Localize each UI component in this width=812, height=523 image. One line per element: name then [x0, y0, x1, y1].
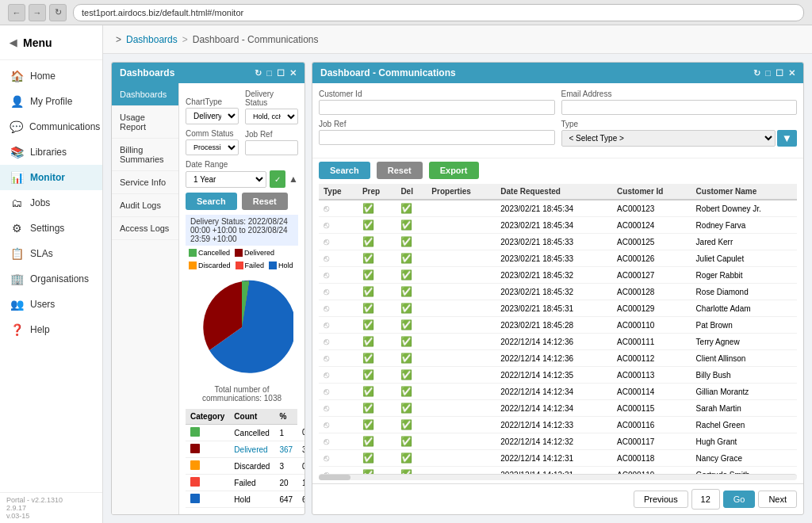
comm-status-select[interactable]: Processing, Queued, Spooled, Submitted, … — [186, 139, 239, 155]
close-icon[interactable]: ✕ — [289, 68, 297, 78]
th-prep: Prep — [358, 184, 396, 200]
panels-area: Dashboards ↻ □ ☐ ✕ Dashboards Usage Repo… — [103, 54, 812, 523]
sidebar-item-communications[interactable]: 💬 Communications — [0, 114, 102, 139]
customer-name-cell: Terry Agnew — [691, 334, 797, 350]
scroll-thumb — [319, 475, 350, 480]
job-ref-input[interactable] — [245, 140, 298, 155]
tab-usage-report[interactable]: Usage Report — [112, 106, 178, 139]
customer-id-cell: AC000126 — [612, 250, 691, 267]
customer-id-input[interactable] — [319, 100, 555, 115]
back-button[interactable]: ← — [8, 4, 25, 21]
tab-billing-summaries[interactable]: Billing Summaries — [112, 139, 178, 171]
right-refresh-icon[interactable]: ↻ — [753, 68, 760, 78]
date-collapse-button[interactable]: ▲ — [289, 174, 298, 185]
table-row[interactable]: ⎋ ✅ ✅ 2022/12/14 14:12:31 AC000118 Nancy… — [319, 450, 797, 467]
table-row[interactable]: ⎋ ✅ ✅ 2023/02/21 18:45:32 AC000127 Roger… — [319, 267, 797, 284]
refresh-button[interactable]: ↻ — [49, 4, 67, 21]
table-row[interactable]: ⎋ ✅ ✅ 2022/12/14 14:12:32 AC000117 Hugh … — [319, 433, 797, 450]
sidebar-item-organisations[interactable]: 🏢 Organisations — [0, 266, 102, 292]
sidebar-item-my-profile[interactable]: 👤 My Profile — [0, 89, 102, 114]
customer-name-cell: Hugh Grant — [691, 433, 797, 450]
breadcrumb-dashboards[interactable]: Dashboards — [126, 34, 178, 45]
legend-hold: Hold — [269, 262, 293, 269]
right-panel: Dashboard - Communications ↻ □ ☐ ✕ Custo… — [312, 62, 804, 515]
sidebar-item-jobs[interactable]: 🗂 Jobs — [0, 190, 102, 216]
table-row[interactable]: ⎋ ✅ ✅ 2023/02/21 18:45:32 AC000128 Rose … — [319, 284, 797, 300]
right-maximize-icon[interactable]: ☐ — [776, 68, 783, 78]
stats-pct-cell: 1.93 — [297, 475, 304, 491]
go-button[interactable]: Go — [723, 491, 756, 508]
type-icon-cell: ⎋ — [319, 350, 358, 367]
comm-reset-button[interactable]: Reset — [377, 162, 423, 179]
sidebar-item-settings[interactable]: ⚙ Settings — [0, 216, 102, 241]
table-row[interactable]: ⎋ ✅ ✅ 2023/02/21 18:45:28 AC000110 Pat B… — [319, 317, 797, 334]
comm-search-button[interactable]: Search — [319, 162, 370, 179]
table-row[interactable]: ⎋ ✅ ✅ 2023/02/21 18:45:33 AC000125 Jared… — [319, 234, 797, 250]
horizontal-scrollbar[interactable] — [319, 474, 797, 480]
table-row[interactable]: ⎋ ✅ ✅ 2022/12/14 14:12:35 AC000113 Billy… — [319, 367, 797, 384]
date-confirm-button[interactable]: ✓ — [270, 170, 285, 188]
comm-job-ref-input[interactable] — [319, 130, 555, 145]
date-requested-cell: 2023/02/21 18:45:34 — [496, 217, 612, 234]
url-bar[interactable] — [73, 4, 804, 21]
resize-icon[interactable]: □ — [266, 68, 272, 78]
date-range-row: Date Range 1 Year ✓ ▲ — [186, 160, 298, 188]
date-range-select[interactable]: 1 Year — [186, 171, 266, 188]
table-row[interactable]: ⎋ ✅ ✅ 2023/02/21 18:45:34 AC000124 Rodne… — [319, 217, 797, 234]
footer-line1: Portal - v2.2.1310 — [6, 496, 96, 504]
tab-access-logs[interactable]: Access Logs — [112, 217, 178, 240]
table-row[interactable]: ⎋ ✅ ✅ 2022/12/14 14:12:36 AC000112 Clien… — [319, 350, 797, 367]
search-button[interactable]: Search — [186, 193, 237, 210]
stats-pct-cell: 0.29 — [297, 458, 304, 475]
stats-count-cell: 647 — [274, 491, 297, 508]
sidebar-item-slas[interactable]: 📋 SLAs — [0, 241, 102, 266]
table-row[interactable]: ⎋ ✅ ✅ 2023/02/21 18:45:31 AC000129 Charl… — [319, 300, 797, 317]
prep-icon-cell: ✅ — [358, 334, 396, 350]
sidebar-header[interactable]: ◀ Menu — [0, 25, 102, 60]
previous-button[interactable]: Previous — [634, 491, 688, 508]
customer-id-cell: AC000111 — [612, 334, 691, 350]
left-panel-title: Dashboards — [120, 67, 174, 78]
sidebar-item-libraries[interactable]: 📚 Libraries — [0, 139, 102, 165]
tab-service-info[interactable]: Service Info — [112, 171, 178, 194]
refresh-icon[interactable]: ↻ — [255, 68, 262, 78]
type-expand-button[interactable]: ▼ — [777, 130, 797, 147]
tab-audit-logs[interactable]: Audit Logs — [112, 194, 178, 217]
sidebar-footer: Portal - v2.2.1310 2.9.17 v.03-15 — [0, 492, 102, 523]
tab-dashboards[interactable]: Dashboards — [112, 83, 178, 106]
sidebar-item-users[interactable]: 👥 Users — [0, 292, 102, 317]
users-icon: 👥 — [10, 298, 24, 311]
sidebar-item-help[interactable]: ❓ Help — [0, 317, 102, 342]
customer-id-cell: AC000129 — [612, 300, 691, 317]
delivery-status-select[interactable]: Hold, ccHold, Queued, Submitted, Dispatc… — [245, 109, 298, 124]
right-close-icon[interactable]: ✕ — [788, 68, 795, 78]
sidebar-item-monitor[interactable]: 📊 Monitor — [0, 165, 102, 190]
maximize-icon[interactable]: ☐ — [277, 68, 285, 78]
stats-color-cell — [186, 425, 229, 441]
customer-name-cell: Roger Rabbit — [691, 267, 797, 284]
next-button[interactable]: Next — [758, 491, 797, 508]
comm-export-button[interactable]: Export — [429, 162, 479, 179]
chart-type-select[interactable]: Delivery Status — [186, 108, 239, 124]
main-content: > Dashboards > Dashboard - Communication… — [103, 25, 812, 523]
date-requested-cell: 2023/02/21 18:45:33 — [496, 250, 612, 267]
table-row[interactable]: ⎋ ✅ ✅ 2022/12/14 14:12:33 AC000116 Rache… — [319, 417, 797, 433]
del-icon-cell: ✅ — [396, 217, 427, 234]
chart-type-row: ChartType Delivery Status Delivery Statu… — [186, 90, 298, 124]
table-row[interactable]: ⎋ ✅ ✅ 2022/12/14 14:12:34 AC000115 Sarah… — [319, 400, 797, 417]
type-select[interactable]: < Select Type > — [561, 130, 776, 147]
table-row[interactable]: ⎋ ✅ ✅ 2023/02/21 18:45:34 AC000123 Rober… — [319, 200, 797, 217]
reset-button[interactable]: Reset — [242, 193, 288, 210]
right-resize-icon[interactable]: □ — [765, 68, 771, 78]
settings-icon: ⚙ — [10, 222, 24, 235]
table-row[interactable]: ⎋ ✅ ✅ 2022/12/14 14:12:34 AC000114 Gilli… — [319, 384, 797, 400]
forward-button[interactable]: → — [29, 4, 46, 21]
table-row[interactable]: ⎋ ✅ ✅ 2022/12/14 14:12:31 AC000119 Gertr… — [319, 467, 797, 475]
page-number-input[interactable] — [691, 489, 720, 510]
email-input[interactable] — [561, 100, 798, 115]
table-row[interactable]: ⎋ ✅ ✅ 2023/02/21 18:45:33 AC000126 Julie… — [319, 250, 797, 267]
table-row[interactable]: ⎋ ✅ ✅ 2022/12/14 14:12:36 AC000111 Terry… — [319, 334, 797, 350]
sidebar-item-home[interactable]: 🏠 Home — [0, 63, 102, 89]
breadcrumb-separator2: > — [182, 34, 188, 45]
right-panel-title: Dashboard - Communications — [320, 67, 456, 78]
